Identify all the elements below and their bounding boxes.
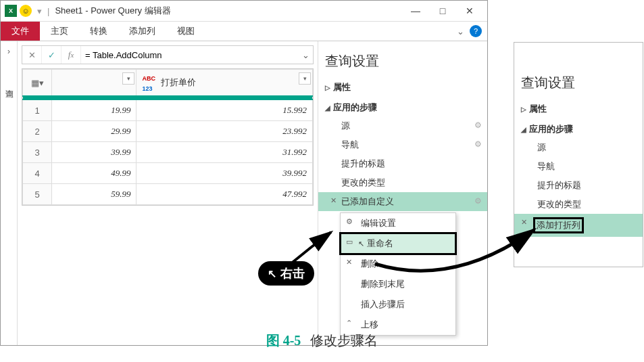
properties-section[interactable]: ▷属性 xyxy=(514,100,643,118)
step-item[interactable]: 提升的标题 xyxy=(514,176,643,195)
table-row[interactable]: 559.9947.992 xyxy=(23,184,313,205)
maximize-button[interactable]: □ xyxy=(429,1,456,21)
close-icon: ✕ xyxy=(346,258,352,267)
cursor-icon: ↖ xyxy=(268,267,276,280)
column-header-2[interactable]: ABC123 打折单价 ▾ xyxy=(137,70,313,97)
filter-dropdown-icon[interactable]: ▾ xyxy=(299,72,311,85)
smiley-icon: ☺ xyxy=(20,5,32,17)
step-item[interactable]: 源 xyxy=(514,138,643,157)
figure-caption: 图 4-5修改步骤名 xyxy=(0,332,644,350)
gear-icon[interactable]: ⚙ xyxy=(474,196,482,206)
column-header-1[interactable]: ▾ xyxy=(52,70,137,97)
fx-icon[interactable]: fx xyxy=(61,46,81,64)
ctx-rename[interactable]: ▭↖重命名 xyxy=(341,233,455,254)
chevron-up-icon: ⌃ xyxy=(346,319,352,327)
cursor-icon: ↖ xyxy=(358,240,364,248)
gear-icon: ⚙ xyxy=(346,217,353,226)
applied-steps-section[interactable]: ◢应用的步骤 xyxy=(318,99,487,116)
gear-icon[interactable]: ⚙ xyxy=(474,120,482,130)
triangle-right-icon: ▷ xyxy=(325,84,330,91)
context-menu: ⚙编辑设置 ▭↖重命名 ✕删除 删除到末尾 插入步骤后 ⌃上移 xyxy=(340,212,456,336)
table-corner[interactable]: ▦▾ xyxy=(23,70,52,97)
table-row[interactable]: 229.9923.992 xyxy=(23,121,313,142)
triangle-right-icon: ▷ xyxy=(521,106,526,113)
ctx-delete[interactable]: ✕删除 xyxy=(341,254,455,274)
query-settings-pane-result: 查询设置 ▷属性 ◢应用的步骤 源 导航 提升的标题 更改的类型 ✕添加打折列 xyxy=(514,42,643,267)
step-item-selected[interactable]: ✕已添加自定义⚙ xyxy=(318,192,487,211)
power-query-window: X ☺ ▾ | Sheet1 - Power Query 编辑器 ― □ ✕ 文… xyxy=(0,0,488,346)
title-bar: X ☺ ▾ | Sheet1 - Power Query 编辑器 ― □ ✕ xyxy=(1,1,487,22)
chevron-right-icon[interactable]: › xyxy=(7,47,10,56)
table-row[interactable]: 119.9915.992 xyxy=(23,99,313,121)
applied-steps-list: 源 导航 提升的标题 更改的类型 ✕添加打折列 xyxy=(514,138,643,237)
delete-step-icon[interactable]: ✕ xyxy=(330,196,337,205)
step-item[interactable]: 导航⚙ xyxy=(318,135,487,154)
help-button[interactable]: ? xyxy=(470,25,482,37)
query-settings-title: 查询设置 xyxy=(521,74,636,92)
rename-icon: ▭ xyxy=(346,237,353,246)
table-row[interactable]: 339.9931.992 xyxy=(23,142,313,163)
minimize-button[interactable]: ― xyxy=(402,1,429,21)
applied-steps-list: 源⚙ 导航⚙ 提升的标题 更改的类型 ✕已添加自定义⚙ xyxy=(318,116,487,211)
tab-addcolumn[interactable]: 添加列 xyxy=(118,22,166,41)
step-item[interactable]: 更改的类型 xyxy=(318,173,487,192)
accept-formula-button[interactable]: ✓ xyxy=(42,46,61,64)
ctx-delete-to-end[interactable]: 删除到末尾 xyxy=(341,274,455,294)
query-settings-pane: 查询设置 ▷属性 ◢应用的步骤 源⚙ 导航⚙ 提升的标题 更改的类型 ✕已添加自… xyxy=(318,41,487,345)
triangle-down-icon: ◢ xyxy=(325,104,330,112)
properties-section[interactable]: ▷属性 xyxy=(318,78,487,96)
formula-input[interactable] xyxy=(81,47,298,63)
cancel-formula-button[interactable]: ✕ xyxy=(22,46,42,64)
ctx-edit-settings[interactable]: ⚙编辑设置 xyxy=(341,213,455,233)
excel-icon: X xyxy=(5,5,17,17)
column-name: 打折单价 xyxy=(161,76,196,89)
formula-dropdown-icon[interactable]: ⌄ xyxy=(298,50,313,60)
step-item[interactable]: 源⚙ xyxy=(318,116,487,135)
filter-dropdown-icon[interactable]: ▾ xyxy=(122,72,134,85)
tab-file[interactable]: 文件 xyxy=(1,22,40,41)
data-grid[interactable]: ▦▾ ▾ ABC123 打折单价 ▾ 119.9915.992 xyxy=(22,68,314,206)
tab-view[interactable]: 视图 xyxy=(166,22,205,41)
step-item-renamed[interactable]: ✕添加打折列 xyxy=(514,214,643,237)
ribbon-collapse-icon[interactable]: ⌄ xyxy=(457,26,464,37)
ctx-insert-after[interactable]: 插入步骤后 xyxy=(341,294,455,315)
formula-bar: ✕ ✓ fx ⌄ xyxy=(22,45,314,64)
ribbon-tabs: 文件 主页 转换 添加列 视图 ⌄ ? xyxy=(1,22,487,41)
window-title: Sheet1 - Power Query 编辑器 xyxy=(55,5,402,17)
triangle-down-icon: ◢ xyxy=(521,126,526,133)
queries-pane-collapsed[interactable]: › 查询 xyxy=(1,41,18,345)
gear-icon[interactable]: ⚙ xyxy=(474,139,482,149)
tab-home[interactable]: 主页 xyxy=(40,22,79,41)
delete-step-icon[interactable]: ✕ xyxy=(521,218,527,227)
close-button[interactable]: ✕ xyxy=(456,1,483,21)
tab-transform[interactable]: 转换 xyxy=(79,22,118,41)
annotation-rightclick: ↖ 右击 xyxy=(258,261,314,286)
dropdown-icon[interactable]: ▾ xyxy=(37,6,42,16)
step-item[interactable]: 导航 xyxy=(514,157,643,176)
data-preview: ✕ ✓ fx ⌄ ▦▾ ▾ ABC123 打折单价 xyxy=(18,41,318,345)
step-item[interactable]: 更改的类型 xyxy=(514,195,643,214)
step-item[interactable]: 提升的标题 xyxy=(318,154,487,173)
applied-steps-section[interactable]: ◢应用的步骤 xyxy=(514,120,643,138)
table-row[interactable]: 449.9939.992 xyxy=(23,163,313,184)
query-settings-title: 查询设置 xyxy=(325,52,480,70)
